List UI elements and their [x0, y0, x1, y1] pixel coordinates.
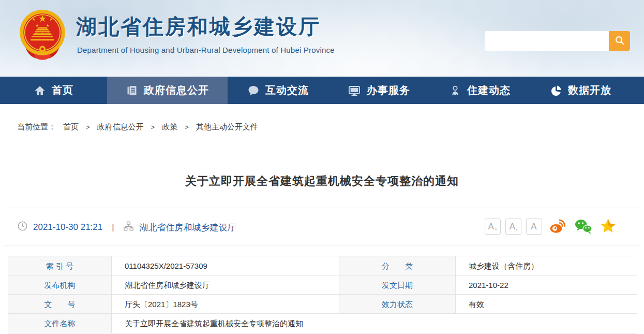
nav-item-home[interactable]: 首页: [0, 77, 107, 104]
national-emblem-icon: [19, 8, 66, 68]
nav-label: 政府信息公开: [144, 83, 209, 97]
divider: [4, 245, 640, 245]
nav-label: 数据开放: [568, 83, 611, 97]
breadcrumb-prefix: 当前位置：: [17, 122, 56, 132]
org-sitemap-icon: [123, 221, 134, 234]
article-source[interactable]: 湖北省住房和城乡建设厅: [139, 222, 236, 234]
table-value-doc-no: 厅头〔2021〕1823号: [112, 295, 339, 314]
search-button[interactable]: [609, 31, 630, 51]
table-value-issuer: 湖北省住房和城乡建设厅: [112, 275, 339, 295]
table-label-category: 分 类: [339, 256, 456, 275]
share-buttons: [549, 218, 616, 234]
nav-item-open-data[interactable]: 数据开放: [530, 77, 631, 104]
table-label-validity: 效力状态: [339, 295, 456, 314]
nav-item-gov-info[interactable]: 政府信息公开: [107, 77, 228, 104]
monitor-icon: [348, 84, 361, 97]
site-title: 湖北省住房和城乡建设厅: [76, 12, 321, 41]
main-nav: 首页 政府信息公开: [0, 77, 644, 104]
table-label-issue-date: 发文日期: [339, 275, 456, 295]
nav-item-services[interactable]: 办事服务: [328, 77, 429, 104]
person-badge-icon: [449, 84, 461, 97]
font-increase-button[interactable]: A+: [485, 219, 501, 235]
nav-item-interaction[interactable]: 互动交流: [228, 77, 328, 104]
font-btn-sup: -: [516, 227, 517, 232]
site-subtitle: Department of Housing and Urban-Rural De…: [77, 46, 335, 54]
table-value-doc-name: 关于立即开展全省建筑起重机械安全专项整治的通知: [112, 314, 637, 333]
article-meta: 2021-10-30 21:21 | 湖北省住房和城乡建设厅: [17, 218, 236, 237]
page: 湖北省住房和城乡建设厅 Department of Housing and Ur…: [0, 0, 644, 334]
search-input[interactable]: [485, 31, 609, 51]
search-icon: [614, 35, 625, 48]
nav-label: 首页: [52, 83, 73, 97]
home-icon: [34, 84, 46, 97]
site-header: 湖北省住房和城乡建设厅 Department of Housing and Ur…: [0, 0, 644, 77]
table-value-category: 城乡建设（含住房）: [456, 256, 637, 275]
pie-chart-icon: [550, 84, 562, 97]
publish-date: 2021-10-30 21:21: [33, 222, 102, 233]
divider: [4, 208, 640, 208]
breadcrumb-other-docs[interactable]: 其他主动公开文件: [196, 122, 258, 132]
breadcrumb: 当前位置： 首页 > 政府信息公开 > 政策 > 其他主动公开文件: [17, 122, 258, 132]
nav-label: 办事服务: [367, 83, 410, 97]
table-value-validity: 有效: [456, 295, 637, 314]
font-decrease-button[interactable]: A-: [505, 219, 521, 235]
nav-item-news[interactable]: 住建动态: [429, 77, 530, 104]
article-title: 关于立即开展全省建筑起重机械安全专项整治的通知: [0, 173, 644, 189]
table-label-doc-no: 文 号: [8, 295, 112, 314]
nav-label: 住建动态: [467, 83, 511, 97]
table-label-doc-name: 文件名称: [8, 314, 112, 333]
table-label-index-no: 索 引 号: [8, 256, 112, 275]
breadcrumb-home[interactable]: 首页: [63, 122, 79, 132]
breadcrumb-separator: >: [151, 123, 155, 131]
header-search: [485, 31, 630, 51]
breadcrumb-separator: >: [185, 123, 189, 131]
table-value-index-no: 01104325X/2021-57309: [112, 256, 339, 275]
nav-label: 互动交流: [265, 83, 309, 97]
font-btn-label: A: [531, 222, 536, 232]
document-info-table: 索 引 号 01104325X/2021-57309 分 类 城乡建设（含住房）…: [8, 256, 636, 333]
font-btn-sup: +: [495, 227, 498, 232]
clock-icon: [17, 221, 28, 234]
chat-bubble-icon: [247, 84, 260, 97]
weibo-icon[interactable]: [549, 219, 566, 234]
document-icon: [126, 84, 138, 97]
table-label-issuer: 发布机构: [8, 275, 112, 295]
table-value-issue-date: 2021-10-22: [456, 275, 637, 295]
font-btn-label: A: [510, 222, 515, 232]
meta-separator: |: [112, 223, 114, 232]
wechat-icon[interactable]: [574, 218, 592, 234]
breadcrumb-gov-info[interactable]: 政府信息公开: [97, 122, 144, 132]
qzone-star-icon[interactable]: [600, 218, 616, 234]
breadcrumb-policy[interactable]: 政策: [162, 122, 177, 132]
font-reset-button[interactable]: A: [526, 219, 542, 235]
font-size-controls: A+ A- A: [485, 219, 542, 235]
font-btn-label: A: [488, 222, 493, 232]
breadcrumb-separator: >: [86, 123, 90, 131]
